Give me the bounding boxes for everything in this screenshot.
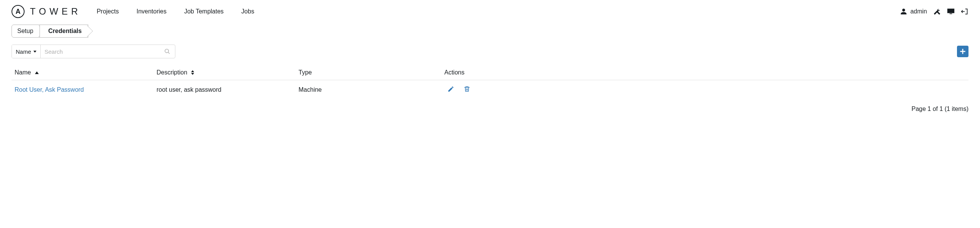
breadcrumb-row: Setup Credentials xyxy=(0,23,980,42)
user-menu[interactable]: admin xyxy=(900,8,927,15)
user-name: admin xyxy=(910,8,927,15)
column-label: Type xyxy=(299,69,312,76)
credentials-table: Name Description Type Actions Root User,… xyxy=(0,61,980,99)
edit-button[interactable] xyxy=(447,86,454,94)
trash-icon xyxy=(464,86,470,93)
settings-wrench-icon[interactable] xyxy=(933,8,941,15)
pencil-icon xyxy=(447,86,454,93)
brand-name: TOWER xyxy=(30,6,81,17)
table-row: Root User, Ask Password root user, ask p… xyxy=(12,80,968,99)
search-group: Name xyxy=(12,45,175,58)
breadcrumb-setup[interactable]: Setup xyxy=(12,25,40,38)
topbar-right: admin xyxy=(900,8,968,15)
breadcrumb-label: Setup xyxy=(17,28,33,35)
nav-jobs[interactable]: Jobs xyxy=(241,8,254,15)
breadcrumb: Setup Credentials xyxy=(12,25,88,38)
brand[interactable]: A TOWER xyxy=(12,5,81,18)
column-label: Description xyxy=(157,69,187,76)
sort-asc-icon xyxy=(35,71,39,74)
primary-nav: Projects Inventories Job Templates Jobs xyxy=(97,8,901,15)
delete-button[interactable] xyxy=(464,86,470,94)
credential-description: root user, ask password xyxy=(157,86,221,93)
column-label: Actions xyxy=(444,69,464,76)
nav-job-templates[interactable]: Job Templates xyxy=(184,8,224,15)
svg-rect-5 xyxy=(960,51,965,52)
search-field-dropdown[interactable]: Name xyxy=(12,45,41,58)
pagination-info: Page 1 of 1 (1 items) xyxy=(0,99,980,120)
column-header-actions: Actions xyxy=(444,69,965,76)
search-submit-button[interactable] xyxy=(160,45,175,58)
svg-point-2 xyxy=(165,49,168,53)
breadcrumb-credentials[interactable]: Credentials xyxy=(40,25,88,38)
breadcrumb-label: Credentials xyxy=(48,28,82,35)
credential-type: Machine xyxy=(299,86,322,93)
topbar: A TOWER Projects Inventories Job Templat… xyxy=(0,0,980,23)
logout-icon[interactable] xyxy=(961,8,968,15)
search-row: Name xyxy=(0,42,980,61)
column-header-name[interactable]: Name xyxy=(15,69,157,76)
search-input[interactable] xyxy=(41,45,160,58)
caret-down-icon xyxy=(33,51,36,53)
svg-rect-1 xyxy=(950,13,952,14)
add-credential-button[interactable] xyxy=(957,46,968,57)
svg-line-3 xyxy=(168,52,170,54)
table-header-row: Name Description Type Actions xyxy=(12,69,968,80)
svg-rect-0 xyxy=(947,9,954,13)
search-icon xyxy=(164,48,170,55)
portal-icon[interactable] xyxy=(947,8,955,15)
search-field-label: Name xyxy=(16,48,31,55)
column-header-type[interactable]: Type xyxy=(299,69,444,76)
breadcrumb-separator-icon xyxy=(81,25,93,37)
sort-both-icon xyxy=(191,70,194,75)
brand-logo-icon: A xyxy=(12,5,25,18)
column-label: Name xyxy=(15,69,31,76)
plus-icon xyxy=(960,48,966,55)
credential-name-link[interactable]: Root User, Ask Password xyxy=(15,86,84,93)
nav-inventories[interactable]: Inventories xyxy=(137,8,167,15)
column-header-description[interactable]: Description xyxy=(157,69,299,76)
user-icon xyxy=(900,8,907,15)
nav-projects[interactable]: Projects xyxy=(97,8,119,15)
